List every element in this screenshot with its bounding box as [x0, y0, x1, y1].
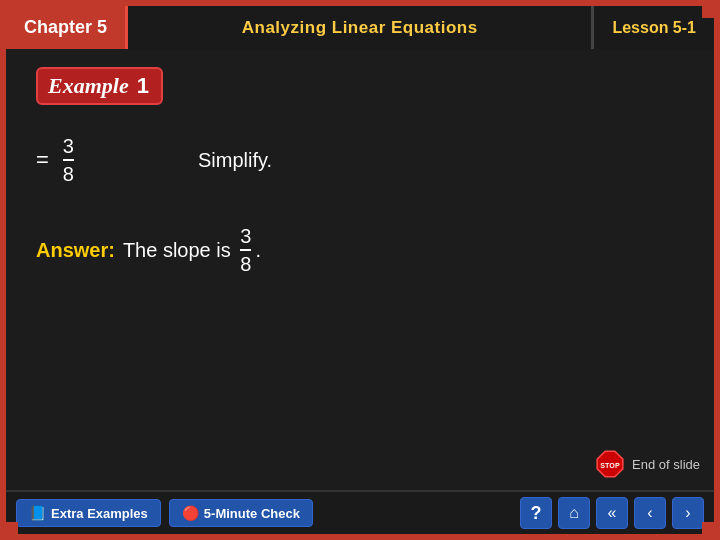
example-number: 1	[137, 73, 149, 99]
main-fraction: 3 8	[63, 135, 74, 185]
fraction-bar	[63, 159, 74, 161]
five-minute-check-button[interactable]: 🔴 5-Minute Check	[169, 499, 313, 527]
back-icon: ‹	[647, 504, 652, 522]
outer-border: Chapter 5 Analyzing Linear Equations Les…	[0, 0, 720, 540]
lesson-label: Lesson 5-1	[612, 19, 696, 37]
main-content: Example 1 = 3 8 Simplify. Answer: The sl…	[6, 49, 714, 490]
equation-row: = 3 8 Simplify.	[36, 135, 684, 185]
answer-label: Answer:	[36, 239, 115, 262]
five-minute-check-icon: 🔴	[182, 505, 199, 521]
five-minute-check-label: 5-Minute Check	[204, 506, 300, 521]
lesson-badge: Lesson 5-1	[591, 6, 714, 49]
simplify-label: Simplify.	[198, 149, 272, 172]
back-button[interactable]: ‹	[634, 497, 666, 529]
back-back-button[interactable]: «	[596, 497, 628, 529]
answer-fraction: 3 8	[240, 225, 251, 275]
answer-fraction-bar	[240, 249, 251, 251]
extra-examples-icon: 📘	[29, 505, 46, 521]
extra-examples-button[interactable]: 📘 Extra Examples	[16, 499, 161, 527]
forward-button[interactable]: ›	[672, 497, 704, 529]
fraction-denominator: 8	[63, 163, 74, 185]
slide-container: Chapter 5 Analyzing Linear Equations Les…	[6, 6, 714, 534]
end-of-slide-text: End of slide	[632, 457, 700, 472]
stop-sign-icon: STOP	[594, 448, 626, 480]
answer-text: The slope is	[123, 239, 231, 262]
help-button[interactable]: ?	[520, 497, 552, 529]
fraction-numerator: 3	[63, 135, 74, 157]
svg-text:STOP: STOP	[600, 461, 620, 470]
answer-period: .	[255, 239, 261, 262]
back-back-icon: «	[608, 504, 617, 522]
example-badge: Example 1	[36, 67, 163, 105]
home-button[interactable]: ⌂	[558, 497, 590, 529]
equals-sign: =	[36, 147, 49, 173]
home-icon: ⌂	[569, 504, 579, 522]
help-icon: ?	[531, 503, 542, 524]
nav-buttons: ? ⌂ « ‹ ›	[520, 497, 704, 529]
top-bar: Chapter 5 Analyzing Linear Equations Les…	[6, 6, 714, 49]
forward-icon: ›	[685, 504, 690, 522]
end-of-slide-area: STOP End of slide	[594, 448, 700, 480]
chapter-label: Chapter 5	[24, 17, 107, 38]
answer-row: Answer: The slope is 3 8 .	[36, 225, 684, 275]
slide-title: Analyzing Linear Equations	[128, 18, 591, 38]
answer-fraction-denominator: 8	[240, 253, 251, 275]
example-text: Example	[48, 73, 129, 99]
extra-examples-label: Extra Examples	[51, 506, 148, 521]
bottom-left-buttons: 📘 Extra Examples 🔴 5-Minute Check	[16, 499, 313, 527]
chapter-badge: Chapter 5	[6, 6, 128, 49]
answer-fraction-numerator: 3	[240, 225, 251, 247]
bottom-bar: 📘 Extra Examples 🔴 5-Minute Check ? ⌂ «	[6, 490, 714, 534]
